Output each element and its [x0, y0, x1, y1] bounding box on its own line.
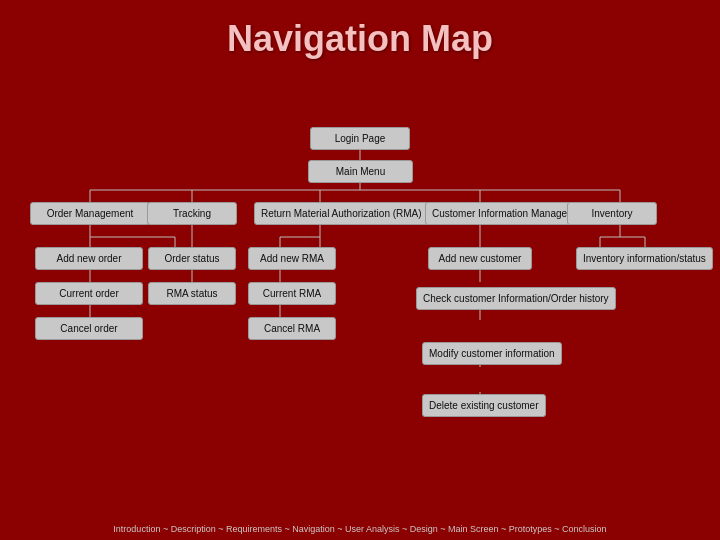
check-customer-box: Check customer Information/Order history	[416, 287, 616, 310]
cancel-rma-box: Cancel RMA	[248, 317, 336, 340]
inventory-box: Inventory	[567, 202, 657, 225]
main-menu-box: Main Menu	[308, 160, 413, 183]
modify-customer-box: Modify customer information	[422, 342, 562, 365]
add-new-order-box: Add new order	[35, 247, 143, 270]
current-rma-box: Current RMA	[248, 282, 336, 305]
inventory-info-box: Inventory information/status	[576, 247, 713, 270]
tracking-box: Tracking	[147, 202, 237, 225]
cancel-order-box: Cancel order	[35, 317, 143, 340]
current-order-box: Current order	[35, 282, 143, 305]
rma-status-box: RMA status	[148, 282, 236, 305]
rma-box: Return Material Authorization (RMA)	[254, 202, 429, 225]
delete-customer-box: Delete existing customer	[422, 394, 546, 417]
bottom-navigation: Introduction ~ Description ~ Requirement…	[0, 524, 720, 534]
login-page-box: Login Page	[310, 127, 410, 150]
order-status-box: Order status	[148, 247, 236, 270]
add-new-customer-box: Add new customer	[428, 247, 532, 270]
add-new-rma-box: Add new RMA	[248, 247, 336, 270]
page-title: Navigation Map	[0, 0, 720, 72]
order-management-box: Order Management	[30, 202, 150, 225]
